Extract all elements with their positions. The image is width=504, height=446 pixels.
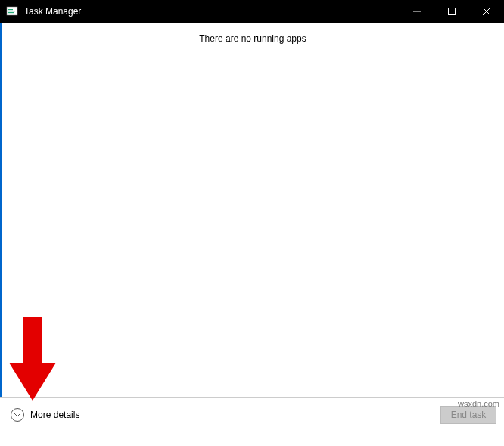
empty-state-message: There are no running apps	[2, 23, 504, 44]
svg-rect-3	[8, 12, 14, 13]
close-button[interactable]	[469, 0, 504, 23]
svg-rect-5	[449, 8, 456, 15]
app-icon	[6, 5, 18, 17]
svg-marker-8	[9, 317, 56, 401]
maximize-button[interactable]	[434, 0, 469, 23]
minimize-button[interactable]	[400, 0, 434, 23]
watermark-text: wsxdn.com	[458, 399, 499, 408]
svg-rect-2	[8, 11, 15, 11]
end-task-button: End task	[440, 406, 496, 424]
svg-rect-1	[8, 9, 13, 10]
more-details-label: More details	[30, 410, 79, 420]
window-title: Task Manager	[24, 6, 81, 17]
annotation-arrow-icon	[9, 317, 56, 403]
footer-bar: More details End task	[0, 397, 504, 432]
client-area: There are no running apps	[0, 23, 504, 397]
more-details-button[interactable]: More details	[11, 408, 79, 422]
chevron-down-icon	[11, 408, 24, 422]
titlebar: Task Manager	[0, 0, 504, 23]
